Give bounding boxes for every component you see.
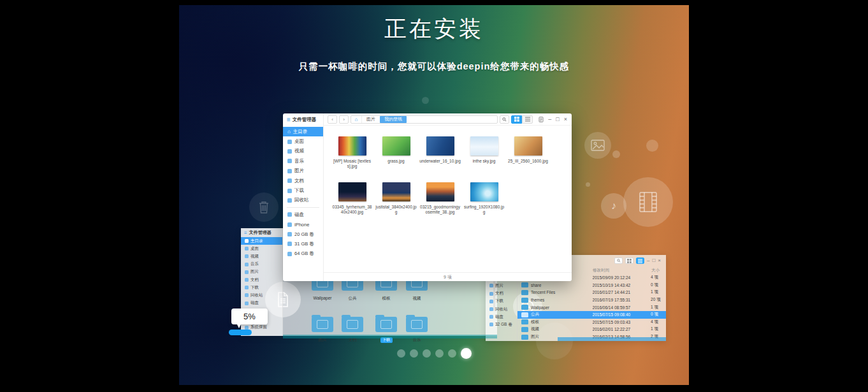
file-thumbnail bbox=[470, 136, 498, 156]
list-view-button bbox=[522, 115, 533, 124]
music-icon bbox=[245, 263, 249, 266]
page-title: 正在安装 bbox=[179, 14, 689, 44]
minimize-button: – bbox=[548, 117, 551, 122]
file-item: inthe sky.jpg bbox=[462, 136, 506, 170]
file-item: justistal_3840x2400.jpg bbox=[374, 182, 418, 215]
breadcrumb-parent: 图片 bbox=[362, 116, 380, 122]
table-row-selected: 公共2015/07/15 09:08:400 项 bbox=[517, 311, 666, 319]
folder-icon bbox=[312, 317, 333, 332]
breadcrumb: ⌂ 图片 我的壁纸 bbox=[351, 115, 498, 124]
sidebar-item-music: 音乐 bbox=[283, 156, 323, 166]
bg-sidebar-item-pictures: 图片 bbox=[241, 268, 282, 276]
desktop-icon bbox=[245, 247, 249, 250]
downloads-icon bbox=[245, 286, 249, 289]
file-thumbnail bbox=[470, 182, 498, 201]
videos-icon bbox=[245, 254, 249, 258]
sidebar-item-iphone: iPhone bbox=[283, 220, 323, 229]
bg-sidebar-item-disk: 磁盘 bbox=[241, 300, 282, 307]
grid-view-button bbox=[511, 115, 522, 124]
bg-folder-pictures: 图片 bbox=[307, 317, 338, 344]
file-item: grass.jpg bbox=[374, 136, 418, 170]
carousel-dot-5 bbox=[448, 349, 456, 358]
bg-folder-music: 音乐 bbox=[401, 317, 433, 344]
folder-icon bbox=[521, 290, 528, 295]
carousel-dot-4 bbox=[435, 349, 444, 358]
bg-sidebar-item-downloads: 下载 bbox=[241, 284, 282, 291]
bg-sidebar-item-documents: 文档 bbox=[241, 276, 282, 284]
volume-icon bbox=[287, 252, 292, 256]
table-row: share2015/10/19 14:43:420 项 bbox=[517, 282, 666, 289]
iphone-icon bbox=[287, 222, 292, 227]
list-view-icon bbox=[636, 258, 644, 264]
disk-icon bbox=[489, 315, 493, 319]
file-thumbnail bbox=[338, 182, 366, 201]
bg-sidebar-item-videos: 视频 bbox=[241, 252, 282, 260]
menu-icon: ≡ bbox=[244, 230, 247, 236]
page-subtitle: 只需一杯咖啡的时间，您就可以体验deepin给您带来的畅快感 bbox=[179, 61, 689, 73]
table-row: Wallpaper2016/06/14 08:59:571 项 bbox=[517, 303, 666, 311]
maximize-icon: □ bbox=[652, 258, 655, 263]
bgr-sidebar-item: 32 GB 卷 bbox=[486, 321, 517, 328]
home-icon: ⌂ bbox=[351, 116, 362, 123]
sidebar-item-volume-20gb: 20 GB 卷 bbox=[283, 229, 323, 239]
folder-icon bbox=[521, 298, 528, 303]
sidebar-item-volume-31gb: 31 GB 卷 bbox=[283, 239, 323, 249]
progress-tooltip: 5% bbox=[231, 309, 268, 324]
file-thumbnail bbox=[382, 182, 410, 201]
trash-icon bbox=[489, 307, 493, 311]
table-row: 视频2016/02/01 12:22:271 项 bbox=[517, 326, 666, 333]
bg-folder-documents: 文档 bbox=[336, 317, 368, 344]
trash-icon bbox=[245, 293, 249, 297]
documents-icon bbox=[489, 292, 493, 296]
trash-icon bbox=[287, 198, 292, 203]
bgr-sidebar-item: 回收站 bbox=[486, 305, 517, 313]
folder-icon bbox=[521, 282, 528, 287]
bg-sidebar-item-desktop: 桌面 bbox=[241, 245, 282, 252]
folder-icon bbox=[406, 317, 428, 332]
folder-icon bbox=[521, 305, 528, 310]
search-button bbox=[500, 115, 509, 124]
pictures-icon bbox=[245, 270, 249, 274]
carousel-dot-1 bbox=[397, 349, 405, 358]
disk-icon bbox=[245, 326, 249, 330]
home-icon: ⌂ bbox=[287, 129, 291, 134]
background-window-title: 文件管理器 bbox=[249, 229, 271, 236]
downloads-icon bbox=[287, 189, 292, 193]
downloads-icon bbox=[489, 300, 493, 303]
documents-icon bbox=[287, 178, 292, 183]
folder-icon bbox=[521, 327, 528, 332]
file-thumbnail bbox=[382, 136, 410, 156]
bg-sidebar-item-trash: 回收站 bbox=[241, 291, 282, 299]
progress-bar-fill bbox=[229, 330, 252, 335]
file-thumbnail bbox=[514, 136, 542, 156]
folder-icon bbox=[521, 335, 528, 340]
forward-button: › bbox=[339, 115, 349, 124]
carousel-dots bbox=[179, 348, 689, 359]
file-item: [WP] Mosaic [textless].jpg bbox=[330, 136, 374, 170]
maximize-button: □ bbox=[556, 117, 559, 122]
file-thumbnail bbox=[426, 182, 454, 201]
column-modified-time: 修改时间 bbox=[593, 268, 651, 273]
folder-icon bbox=[521, 312, 528, 317]
folder-icon bbox=[342, 317, 363, 332]
carousel-dot-6-active bbox=[461, 348, 472, 359]
bgr-sidebar-item: 文档 bbox=[486, 290, 517, 298]
sidebar-item-downloads: 下载 bbox=[283, 185, 323, 195]
bg-folder-downloads: 下载 bbox=[370, 317, 402, 344]
sidebar-item-documents: 文档 bbox=[283, 176, 323, 185]
file-item: 25_III_2560_1600.jpg bbox=[506, 136, 550, 170]
close-icon: × bbox=[658, 258, 661, 263]
home-icon bbox=[245, 239, 249, 243]
sidebar-item-home: ⌂主目录 bbox=[283, 127, 323, 136]
file-item: underwater_16_10.jpg bbox=[418, 136, 462, 170]
bgr-sidebar-item: 图片 bbox=[486, 282, 517, 289]
volume-icon bbox=[287, 232, 292, 236]
sidebar-item-videos: 视频 bbox=[283, 147, 323, 156]
minimize-icon: – bbox=[647, 258, 649, 263]
close-button: × bbox=[564, 117, 567, 122]
progress-percent: 5% bbox=[243, 312, 256, 321]
file-item: 03215_goodmorningyosemite_38..jpg bbox=[418, 182, 462, 215]
table-row: themes2016/07/19 17:55:3120 项 bbox=[517, 296, 666, 304]
column-size: 大小 bbox=[651, 268, 660, 273]
item-count: 9 项 bbox=[444, 274, 452, 280]
